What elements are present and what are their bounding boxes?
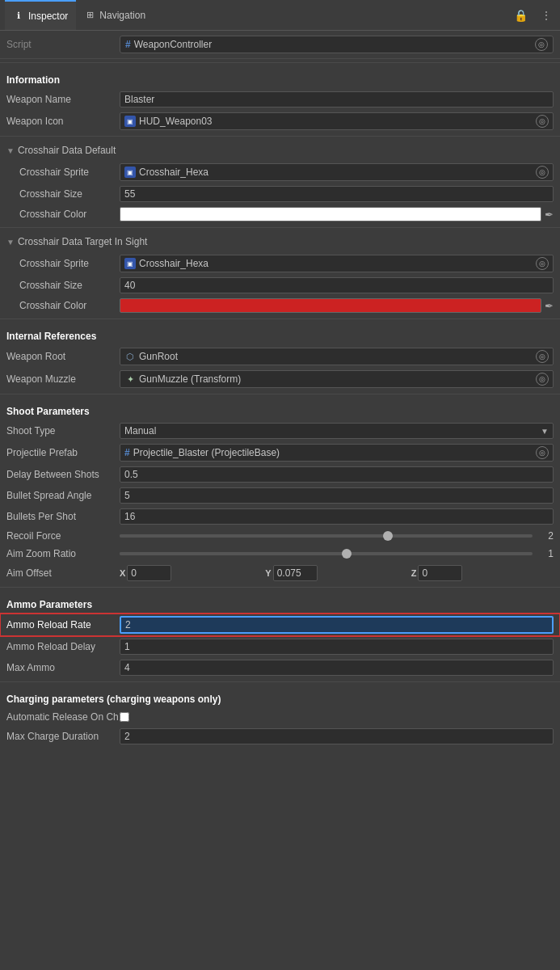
script-label: Script: [6, 39, 120, 50]
crosshair-target-sprite-target-btn[interactable]: ◎: [536, 257, 549, 270]
crosshair-target-size-row: Crosshair Size: [0, 275, 560, 296]
weapon-root-value: ⬡ GunRoot ◎: [120, 348, 554, 365]
crosshair-default-header[interactable]: ▼ Crosshair Data Default: [0, 140, 560, 161]
aim-offset-z-input[interactable]: [418, 565, 462, 581]
crosshair-default-sprite-row: Crosshair Sprite ▣ Crosshair_Hexa ◎: [0, 161, 560, 183]
bullet-spread-angle-input[interactable]: [120, 487, 554, 504]
bullet-spread-angle-label: Bullet Spread Angle: [6, 490, 120, 501]
weapon-icon-field[interactable]: ▣ HUD_Weapon03 ◎: [120, 112, 554, 130]
weapon-name-label: Weapon Name: [6, 94, 120, 105]
max-ammo-value: [120, 660, 554, 676]
script-row: Script # WeaponController ◎: [0, 31, 560, 59]
shoot-type-dropdown[interactable]: Manual ▼: [120, 423, 554, 439]
aim-offset-label: Aim Offset: [6, 567, 120, 579]
crosshair-target-sprite-label: Crosshair Sprite: [6, 258, 120, 269]
shoot-type-value: Manual ▼: [120, 423, 554, 439]
script-value-field[interactable]: # WeaponController ◎: [120, 36, 554, 53]
weapon-root-cube-icon: ⬡: [124, 351, 136, 362]
ammo-reload-rate-value: [120, 616, 554, 634]
weapon-icon-value: ▣ HUD_Weapon03 ◎: [120, 112, 554, 130]
crosshair-default-sprite-name: Crosshair_Hexa: [139, 167, 533, 178]
tab-inspector-label: Inspector: [28, 11, 68, 22]
weapon-icon-row: Weapon Icon ▣ HUD_Weapon03 ◎: [0, 110, 560, 133]
tab-navigation[interactable]: ⊞ Navigation: [76, 0, 154, 30]
crosshair-default-color-row: Crosshair Color ✒: [0, 205, 560, 224]
recoil-force-slider-fill: [120, 534, 388, 538]
recoil-force-label: Recoil Force: [6, 530, 120, 542]
recoil-force-slider-thumb[interactable]: [383, 531, 393, 541]
auto-release-checkbox[interactable]: [120, 712, 129, 722]
bullets-per-shot-value: [120, 508, 554, 525]
crosshair-target-eyedropper-icon[interactable]: ✒: [545, 300, 554, 312]
script-target-icon[interactable]: ◎: [535, 38, 548, 51]
divider-2: [0, 136, 560, 137]
tab-inspector[interactable]: ℹ Inspector: [5, 0, 76, 30]
aim-offset-y-label: Y: [265, 568, 271, 578]
tab-bar-actions: 🔒 ⋮: [511, 7, 555, 23]
weapon-icon-name: HUD_Weapon03: [139, 116, 533, 127]
crosshair-target-color-row: Crosshair Color ✒: [0, 296, 560, 315]
crosshair-default-sprite-field[interactable]: ▣ Crosshair_Hexa ◎: [120, 163, 554, 181]
ammo-reload-delay-input[interactable]: [120, 639, 554, 655]
crosshair-default-color-swatch[interactable]: [120, 207, 541, 221]
weapon-icon-target-btn[interactable]: ◎: [536, 115, 549, 128]
delay-between-shots-row: Delay Between Shots: [0, 464, 560, 485]
bullet-spread-angle-row: Bullet Spread Angle: [0, 485, 560, 506]
crosshair-default-size-value: [120, 186, 554, 202]
projectile-prefab-target-btn[interactable]: ◎: [536, 446, 549, 459]
weapon-muzzle-target-btn[interactable]: ◎: [536, 373, 549, 386]
crosshair-default-sprite-target-btn[interactable]: ◎: [536, 166, 549, 179]
weapon-root-field[interactable]: ⬡ GunRoot ◎: [120, 348, 554, 365]
crosshair-target-header[interactable]: ▼ Crosshair Data Target In Sight: [0, 231, 560, 252]
weapon-icon-sprite-icon: ▣: [124, 116, 136, 127]
max-ammo-input[interactable]: [120, 660, 554, 676]
crosshair-default-size-input[interactable]: [120, 186, 554, 202]
aim-offset-x-label: X: [120, 568, 125, 578]
weapon-muzzle-label: Weapon Muzzle: [6, 373, 120, 385]
crosshair-target-color-swatch[interactable]: [120, 298, 541, 313]
weapon-muzzle-transform-icon: ✦: [124, 373, 136, 385]
crosshair-default-size-label: Crosshair Size: [6, 188, 120, 200]
auto-release-row: Automatic Release On Ch: [0, 708, 560, 726]
weapon-name-row: Weapon Name: [0, 89, 560, 110]
crosshair-default-title: Crosshair Data Default: [18, 145, 116, 156]
aim-zoom-ratio-slider-thumb[interactable]: [342, 549, 352, 559]
crosshair-target-color-label: Crosshair Color: [6, 300, 120, 311]
weapon-muzzle-name: GunMuzzle (Transform): [139, 373, 533, 385]
aim-offset-row: Aim Offset X Y Z: [0, 563, 560, 584]
weapon-muzzle-row: Weapon Muzzle ✦ GunMuzzle (Transform) ◎: [0, 368, 560, 390]
weapon-root-target-btn[interactable]: ◎: [536, 350, 549, 363]
aim-zoom-ratio-value: 1: [120, 548, 554, 559]
inspector-content: Script # WeaponController ◎ Information …: [0, 31, 560, 747]
aim-offset-y-input[interactable]: [273, 565, 318, 581]
aim-offset-y-field: Y: [265, 565, 407, 581]
crosshair-target-color-value: ✒: [120, 298, 554, 313]
crosshair-default-color-value: ✒: [120, 207, 554, 221]
aim-offset-vec3: X Y Z: [120, 565, 554, 581]
bullets-per-shot-input[interactable]: [120, 508, 554, 525]
crosshair-target-color-field: ✒: [120, 298, 554, 313]
weapon-muzzle-field[interactable]: ✦ GunMuzzle (Transform) ◎: [120, 370, 554, 388]
ammo-reload-delay-value: [120, 639, 554, 655]
projectile-prefab-field[interactable]: # Projectile_Blaster (ProjectileBase) ◎: [120, 444, 554, 462]
aim-zoom-ratio-slider-track[interactable]: [120, 552, 533, 555]
crosshair-target-size-label: Crosshair Size: [6, 280, 120, 291]
weapon-name-input[interactable]: [120, 91, 554, 108]
aim-offset-x-input[interactable]: [127, 565, 171, 581]
ammo-reload-rate-input[interactable]: [120, 616, 554, 634]
max-charge-duration-input[interactable]: [120, 728, 554, 744]
delay-between-shots-input[interactable]: [120, 466, 554, 483]
crosshair-default-eyedropper-icon[interactable]: ✒: [545, 209, 554, 221]
projectile-prefab-label: Projectile Prefab: [6, 447, 120, 458]
crosshair-target-sprite-field[interactable]: ▣ Crosshair_Hexa ◎: [120, 255, 554, 272]
tab-navigation-label: Navigation: [99, 10, 145, 21]
crosshair-target-size-input[interactable]: [120, 277, 554, 293]
weapon-muzzle-value: ✦ GunMuzzle (Transform) ◎: [120, 370, 554, 388]
aim-zoom-ratio-row: Aim Zoom Ratio 1: [0, 545, 560, 563]
lock-icon[interactable]: 🔒: [511, 7, 531, 23]
max-charge-duration-value: [120, 728, 554, 744]
projectile-prefab-row: Projectile Prefab # Projectile_Blaster (…: [0, 441, 560, 464]
crosshair-target-sprite-row: Crosshair Sprite ▣ Crosshair_Hexa ◎: [0, 252, 560, 275]
menu-icon[interactable]: ⋮: [537, 7, 555, 23]
recoil-force-slider-track[interactable]: [120, 534, 533, 538]
